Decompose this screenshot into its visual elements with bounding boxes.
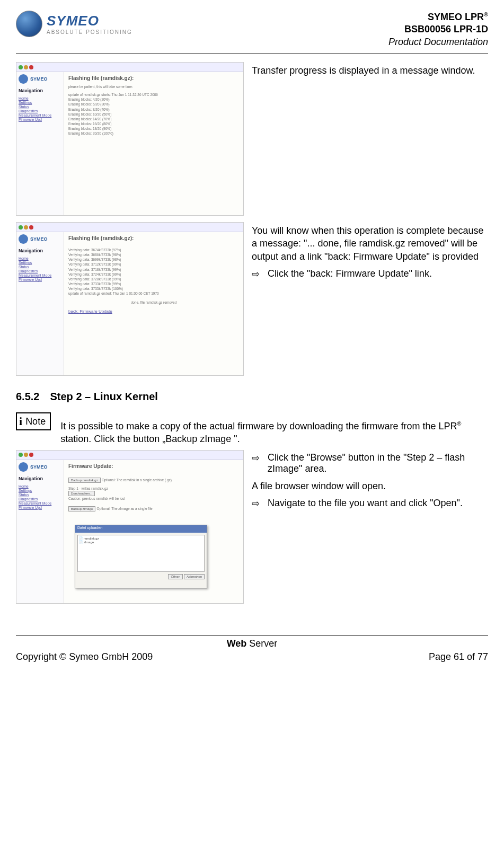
shot-back-link: back: Firmware Update: [68, 309, 239, 314]
instruction-row-2: SYMEO Navigation Home Settings Status Di…: [16, 222, 488, 376]
shot-line: Verifying data: 3718k/3733k (99%): [68, 267, 239, 272]
logo-block: SYMEO ABSOLUTE POSITIONING: [16, 11, 132, 37]
note-text-post: station. Click the button „Backup zImage…: [60, 434, 240, 444]
nav-link: Home: [19, 257, 61, 260]
instruction-row-3: SYMEO Navigation Home Settings Status Di…: [16, 450, 488, 604]
company-name: SYMEO: [47, 13, 132, 29]
page-footer: Web Server Copyright © Symeo GmbH 2009 P…: [16, 636, 488, 663]
shot-note: Optional: The zImage as a single file: [97, 507, 153, 510]
nav-link: Home: [19, 96, 61, 100]
screenshot-1: SYMEO Navigation Home Settings Status Di…: [16, 62, 244, 216]
row1-text: Transfer progress is displayed in a mess…: [252, 64, 488, 77]
instruction-text-2: You will know when this operation is com…: [252, 222, 488, 285]
row3-action1: Click the "Browse" button in the "Step 2…: [268, 452, 488, 474]
company-tagline: ABSOLUTE POSITIONING: [47, 29, 132, 35]
shot-line: Erasing blocks: 18/20 (90%): [68, 126, 239, 131]
shot-line: Erasing blocks: 8/20 (40%): [68, 107, 239, 112]
file-dialog: Datei uploaden 📄 ramdisk.gz 📄 zImage Öff…: [75, 525, 207, 588]
doc-title: SYMEO LPR® BSB00056 LPR-1D Product Docum…: [388, 11, 488, 48]
shot-line: Verifying data: 3712k/3733k (99%): [68, 262, 239, 267]
shot-title: Flashing file (ramdisk.gz):: [68, 75, 239, 81]
note-text: It is possible to make a copy of the act…: [60, 412, 488, 446]
shot-line: Erasing blocks: 14/20 (70%): [68, 117, 239, 121]
shot-note: Caution: previous ramdisk will be lost: [68, 496, 239, 501]
instruction-text-3: ⇨ Click the "Browse" button in the "Step…: [252, 450, 488, 515]
section-heading: 6.5.2Step 2 – Linux Kernel: [16, 391, 488, 403]
nav-link: Status: [19, 265, 61, 269]
row3-text: A file browser window will open.: [252, 480, 488, 492]
logo-icon: [16, 11, 42, 37]
page-number: Page 61 of 77: [429, 651, 488, 663]
shot-line: Verifying data: 3733k/3733k (100%): [68, 286, 239, 291]
doc-line2: BSB00056 LPR-1D: [388, 23, 488, 36]
row3-action2: Navigate to the file you want and click …: [268, 498, 463, 509]
screenshot-2: SYMEO Navigation Home Settings Status Di…: [16, 222, 244, 376]
shot-line: Verifying data: 3674k/3733k (97%): [68, 248, 239, 252]
shot-line: Erasing blocks: 6/20 (30%): [68, 102, 239, 107]
shot-line: Erasing blocks: 10/20 (50%): [68, 112, 239, 117]
note-block: i Note It is possible to make a copy of …: [16, 412, 488, 446]
note-label: Note: [25, 416, 46, 427]
shot-btn: Durchsuchen...: [68, 491, 95, 496]
row2-text: You will know when this operation is com…: [252, 224, 488, 263]
instruction-text-1: Transfer progress is displayed in a mess…: [252, 62, 488, 82]
nav-heading: Navigation: [19, 248, 61, 253]
shot-title: Firmware Update:: [68, 463, 239, 469]
screenshot-3: SYMEO Navigation Home Settings Status Di…: [16, 450, 244, 604]
reg-mark: ®: [457, 420, 462, 427]
arrow-icon: ⇨: [252, 498, 262, 509]
nav-link: Settings: [19, 261, 61, 264]
nav-link: Status: [19, 105, 61, 109]
nav-link: Status: [19, 493, 61, 497]
nav-link: Firmware Upd: [19, 506, 61, 509]
shot-line: Verifying data: 3699k/3733k (98%): [68, 257, 239, 262]
note-badge: i Note: [16, 412, 51, 430]
nav-link: Settings: [19, 101, 61, 104]
copyright: Copyright © Symeo GmbH 2009: [16, 651, 153, 663]
nav-heading: Navigation: [19, 476, 61, 481]
nav-link: Firmware Upd: [19, 118, 61, 121]
nav-link: Diagnostics: [19, 497, 61, 501]
doc-line1: SYMEO LPR: [428, 12, 484, 22]
doc-line3: Product Documentation: [388, 36, 488, 48]
section-number: 6.5.2: [16, 391, 39, 403]
nav-link: Home: [19, 484, 61, 488]
shot-line: update of ramdisk.gz ended: Thu Jan 1 01…: [68, 291, 239, 296]
nav-link: Measurement Mode: [19, 501, 61, 505]
shot-line: update of ramdisk.gz starts: Thu Jun 1 1…: [68, 92, 239, 97]
shot-msg: please be patient, this will take some t…: [68, 84, 239, 89]
nav-link: Firmware Upd: [19, 278, 61, 281]
shot-line: Verifying data: 3728k/3733k (99%): [68, 277, 239, 281]
dialog-title: Datei uploaden: [75, 525, 207, 533]
arrow-icon: ⇨: [252, 452, 262, 474]
info-icon: i: [19, 414, 22, 428]
arrow-icon: ⇨: [252, 268, 262, 280]
nav-link: Measurement Mode: [19, 273, 61, 277]
shot-line: Erasing blocks: 16/20 (80%): [68, 121, 239, 126]
shot-note: Optional: The ramdisk in a single archiv…: [102, 478, 172, 482]
reg-mark: ®: [484, 11, 488, 17]
shot-line: Verifying data: 3686k/3733k (98%): [68, 252, 239, 257]
footer-center-rest: Server: [246, 638, 277, 649]
footer-center-bold: Web: [227, 638, 247, 649]
shot-line: Verifying data: 3733k/3733k (99%): [68, 281, 239, 286]
section-title: Step 2 – Linux Kernel: [50, 391, 157, 402]
note-text-pre: It is possible to make a copy of the act…: [60, 421, 457, 431]
page-header: SYMEO ABSOLUTE POSITIONING SYMEO LPR® BS…: [16, 11, 488, 48]
shot-title: Flashing file (ramdisk.gz):: [68, 235, 239, 241]
shot-line: Erasing blocks: 20/20 (100%): [68, 131, 239, 136]
footer-rule: [16, 636, 488, 636]
nav-link: Diagnostics: [19, 269, 61, 273]
shot-step: Step 1 - writes ramdisk.gz: [68, 486, 239, 491]
nav-link: Diagnostics: [19, 109, 61, 113]
shot-line: Verifying data: 3724k/3733k (99%): [68, 272, 239, 277]
instruction-row-1: SYMEO Navigation Home Settings Status Di…: [16, 62, 488, 216]
footer-center: Web Server: [16, 638, 488, 649]
shot-done: done, file ramdisk.gz removed: [68, 300, 239, 305]
nav-link: Settings: [19, 489, 61, 492]
nav-heading: Navigation: [19, 88, 61, 93]
nav-link: Measurement Mode: [19, 113, 61, 117]
shot-btn: Backup ramdisk.gz: [68, 478, 101, 483]
row2-action: Click the "back: Firmware Update" link.: [268, 268, 432, 280]
shot-btn: Backup zImage: [68, 506, 95, 511]
